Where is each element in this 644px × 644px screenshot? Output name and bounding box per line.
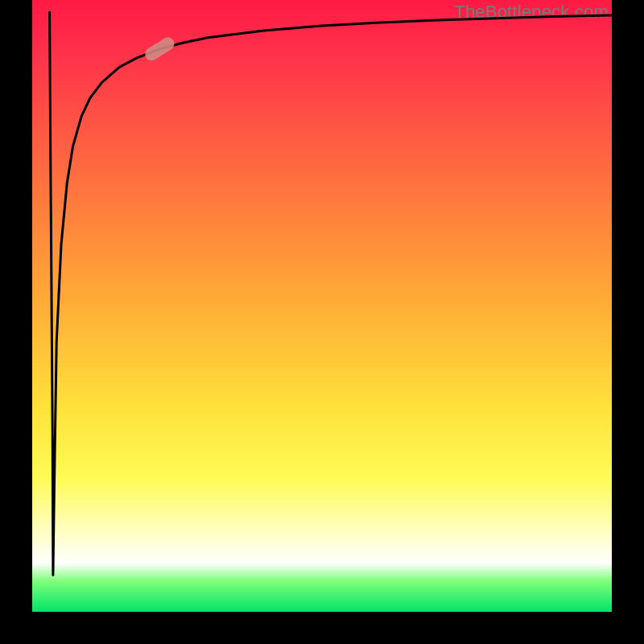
bottleneck-curve <box>50 12 612 575</box>
highlight-marker <box>142 35 176 63</box>
bottleneck-chart: TheBottleneck.com <box>0 0 644 644</box>
frame-left <box>0 0 32 644</box>
frame-right <box>612 0 644 644</box>
curve-layer <box>32 0 612 612</box>
svg-rect-0 <box>142 35 176 63</box>
frame-bottom <box>0 612 644 644</box>
